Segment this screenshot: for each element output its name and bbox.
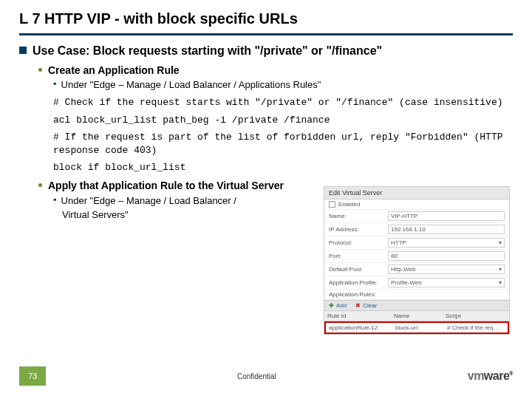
panel-header: Edit Virtual Server xyxy=(324,187,509,200)
col-rule-id: Rule Id xyxy=(324,311,391,321)
port-label: Port: xyxy=(329,253,388,259)
rules-label: Application Rules: xyxy=(329,291,388,298)
protocol-select[interactable]: HTTP xyxy=(388,238,505,248)
ip-input[interactable]: 192.168.1.10 xyxy=(388,225,505,234)
code-comment-2: # If the request is part of the list of … xyxy=(53,131,513,157)
x-icon: ✖ xyxy=(355,302,361,309)
bullet-dot xyxy=(38,68,42,72)
code-acl: acl block_url_list path_beg -i /private … xyxy=(53,114,513,127)
add-button[interactable]: ✚Add xyxy=(324,301,351,310)
title-underline xyxy=(19,33,513,35)
create-rule-heading: Create an Application Rule xyxy=(48,64,180,78)
confidential-label: Confidential xyxy=(46,372,468,381)
name-input[interactable]: VIP-HTTP xyxy=(388,211,505,221)
pool-label: Default Pool: xyxy=(329,266,388,273)
apply-rule-heading: Apply that Application Rule to the Virtu… xyxy=(48,179,284,193)
under-vs-text2: Virtual Servers" xyxy=(62,208,129,222)
enabled-checkbox[interactable] xyxy=(329,201,335,208)
plus-icon: ✚ xyxy=(329,302,334,309)
under-vs-text: Under "Edge – Manage / Load Balancer / xyxy=(61,194,236,208)
page-number: 73 xyxy=(19,366,46,386)
rules-table-header: Rule Id Name Script xyxy=(324,311,509,321)
name-label: Name: xyxy=(329,213,388,219)
ip-label: IP Address: xyxy=(329,226,388,233)
bullet-small: • xyxy=(53,78,57,92)
bullet-square xyxy=(19,47,27,54)
use-case-heading: Use Case: Block requests starting with "… xyxy=(33,43,382,59)
enabled-label: Enabled xyxy=(338,201,360,208)
edit-virtual-server-panel: Edit Virtual Server Enabled Name:VIP-HTT… xyxy=(324,186,510,335)
row-rule-id: applicationRule-12 xyxy=(326,323,392,332)
pool-select[interactable]: Http-Web xyxy=(388,265,505,274)
profile-label: Application Profile: xyxy=(329,279,388,286)
bullet-dot xyxy=(38,183,42,187)
col-name: Name xyxy=(391,311,443,321)
slide-title: L 7 HTTP VIP - with block specific URLs xyxy=(19,10,513,32)
row-script: # Check if the req… xyxy=(444,323,508,332)
code-block: block if block_url_list xyxy=(53,161,513,174)
clear-button[interactable]: ✖Clear xyxy=(351,301,381,310)
slide-footer: 73 Confidential vmware® xyxy=(0,366,532,386)
port-input[interactable]: 80 xyxy=(388,251,505,261)
row-name: block-url xyxy=(392,323,444,332)
profile-select[interactable]: Profile-Web xyxy=(388,278,505,287)
under-rules-text: Under "Edge – Manage / Load Balancer / A… xyxy=(61,78,321,92)
vmware-logo: vmware® xyxy=(468,369,513,383)
protocol-label: Protocol: xyxy=(329,239,388,246)
code-comment-1: # Check if the request starts with "/pri… xyxy=(53,96,513,109)
bullet-small: • xyxy=(53,194,57,208)
rules-table-row[interactable]: applicationRule-12 block-url # Check if … xyxy=(324,321,509,334)
col-script: Script xyxy=(443,311,509,321)
